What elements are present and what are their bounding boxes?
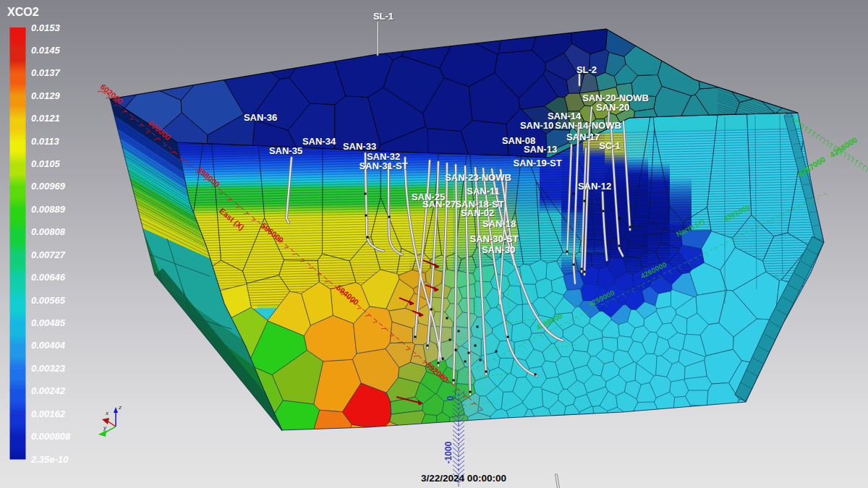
svg-text:0: 0 [446, 395, 456, 401]
svg-text:SAN-33: SAN-33 [343, 141, 376, 152]
svg-text:0.00889: 0.00889 [31, 204, 66, 215]
svg-text:SAN-11: SAN-11 [467, 186, 500, 197]
svg-text:0.000808: 0.000808 [31, 431, 71, 442]
svg-text:0.0137: 0.0137 [31, 67, 61, 78]
svg-text:SAN-35: SAN-35 [269, 145, 302, 156]
svg-text:SAN-19-ST: SAN-19-ST [513, 158, 561, 168]
svg-text:0.0121: 0.0121 [31, 113, 60, 124]
svg-text:SAN-14-NOWB: SAN-14-NOWB [555, 120, 621, 131]
svg-text:0.00808: 0.00808 [31, 226, 66, 237]
svg-text:0.0145: 0.0145 [31, 45, 61, 56]
svg-text:SAN-27: SAN-27 [422, 199, 456, 210]
svg-text:SAN-20: SAN-20 [596, 102, 629, 113]
svg-text:2.35e-10: 2.35e-10 [30, 454, 69, 465]
svg-text:SAN-12: SAN-12 [578, 181, 611, 192]
svg-text:z: z [118, 404, 122, 411]
svg-text:SAN-30-ST: SAN-30-ST [469, 234, 518, 244]
svg-text:SC-1: SC-1 [599, 140, 621, 151]
svg-text:0.00242: 0.00242 [31, 385, 66, 396]
svg-text:SAN-17: SAN-17 [566, 132, 600, 142]
svg-text:SAN-13: SAN-13 [524, 144, 557, 155]
svg-text:SAN-31-ST: SAN-31-ST [359, 160, 407, 171]
svg-text:SAN-30: SAN-30 [482, 244, 515, 255]
svg-text:0.00485: 0.00485 [31, 317, 66, 328]
svg-text:SAN-23-NOWB: SAN-23-NOWB [445, 172, 511, 183]
svg-text:SAN-02: SAN-02 [461, 207, 494, 218]
svg-text:0.00969: 0.00969 [31, 181, 66, 192]
svg-text:-1000: -1000 [443, 441, 454, 463]
svg-text:0.0113: 0.0113 [31, 136, 60, 147]
svg-text:SL-1: SL-1 [373, 11, 393, 22]
svg-text:0.00404: 0.00404 [31, 340, 66, 351]
svg-text:0.00646: 0.00646 [31, 272, 66, 283]
svg-text:SAN-18: SAN-18 [482, 218, 516, 229]
svg-text:0.00727: 0.00727 [31, 249, 66, 260]
svg-text:0.00162: 0.00162 [31, 408, 66, 419]
svg-text:SAN-36: SAN-36 [244, 112, 277, 123]
svg-text:3/22/2024 00:00:00: 3/22/2024 00:00:00 [421, 473, 506, 484]
svg-text:SL-2: SL-2 [576, 64, 597, 75]
svg-text:XCO2: XCO2 [7, 6, 39, 18]
svg-text:0.00323: 0.00323 [31, 363, 66, 374]
svg-text:0.0105: 0.0105 [31, 158, 61, 169]
svg-text:0.00565: 0.00565 [31, 295, 66, 306]
svg-text:SAN-34: SAN-34 [302, 136, 336, 147]
svg-text:0.0153: 0.0153 [31, 22, 61, 33]
svg-text:0.0129: 0.0129 [31, 90, 61, 101]
